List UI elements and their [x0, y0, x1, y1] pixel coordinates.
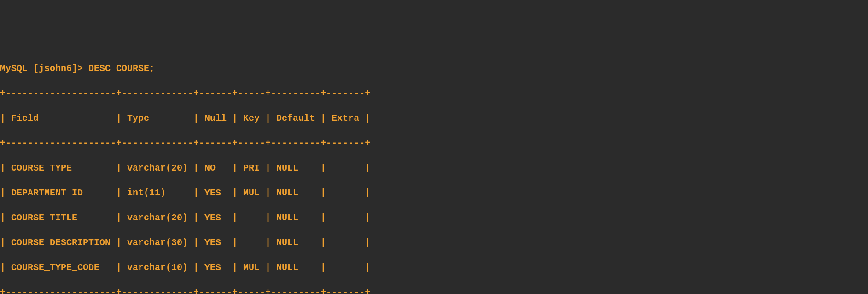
table-border-mid: +--------------------+-------------+----…: [0, 137, 868, 149]
table-row: | COURSE_DESCRIPTION | varchar(30) | YES…: [0, 236, 868, 249]
mysql-terminal[interactable]: MySQL [jsohn6]> DESC COURSE; +----------…: [0, 50, 868, 294]
table-border-top: +--------------------+-------------+----…: [0, 87, 868, 100]
prompt-desc-course: MySQL [jsohn6]> DESC COURSE;: [0, 62, 868, 75]
table-header-row: | Field | Type | Null | Key | Default | …: [0, 112, 868, 124]
table-row: | DEPARTMENT_ID | int(11) | YES | MUL | …: [0, 187, 868, 199]
table-border-bot: +--------------------+-------------+----…: [0, 286, 868, 294]
table-row: | COURSE_TYPE_CODE | varchar(10) | YES |…: [0, 261, 868, 274]
table-row: | COURSE_TYPE | varchar(20) | NO | PRI |…: [0, 162, 868, 174]
table-row: | COURSE_TITLE | varchar(20) | YES | | N…: [0, 212, 868, 224]
